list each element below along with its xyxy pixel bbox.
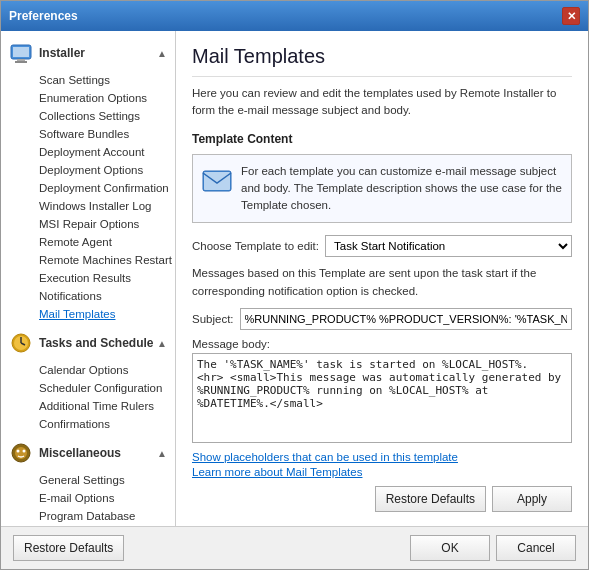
misc-label: Miscellaneous (39, 446, 121, 460)
sidebar: Installer ▲ Scan Settings Enumeration Op… (1, 31, 176, 526)
dialog-bottom: Restore Defaults OK Cancel (1, 526, 588, 569)
sidebar-item-confirmations[interactable]: Confirmations (11, 415, 175, 433)
sidebar-item-windows-installer-log[interactable]: Windows Installer Log (11, 197, 175, 215)
section-actions: Restore Defaults Apply (192, 486, 572, 512)
sidebar-section-tasks: Tasks and Schedule ▲ Calendar Options Sc… (1, 325, 175, 433)
sidebar-item-deployment-options[interactable]: Deployment Options (11, 161, 175, 179)
svg-point-10 (17, 450, 20, 453)
sidebar-item-mail-templates[interactable]: Mail Templates (11, 305, 175, 323)
template-description: Messages based on this Template are sent… (192, 265, 572, 300)
sidebar-item-remote-machines-restart[interactable]: Remote Machines Restart (11, 251, 175, 269)
tasks-label: Tasks and Schedule (39, 336, 154, 350)
section-restore-defaults-button[interactable]: Restore Defaults (375, 486, 486, 512)
template-section-label: Template Content (192, 132, 572, 146)
sidebar-section-misc: Miscellaneous ▲ General Settings E-mail … (1, 435, 175, 526)
sidebar-item-calendar-options[interactable]: Calendar Options (11, 361, 175, 379)
sidebar-group-misc[interactable]: Miscellaneous ▲ (1, 435, 175, 471)
dialog-body: Installer ▲ Scan Settings Enumeration Op… (1, 31, 588, 526)
svg-rect-2 (17, 59, 25, 61)
sidebar-item-enumeration-options[interactable]: Enumeration Options (11, 89, 175, 107)
message-body-textarea[interactable]: The '%TASK_NAME%' task is started on %LO… (192, 353, 572, 443)
installer-icon (9, 41, 33, 65)
sidebar-group-installer[interactable]: Installer ▲ (1, 35, 175, 71)
title-bar: Preferences ✕ (1, 1, 588, 31)
sidebar-item-execution-results[interactable]: Execution Results (11, 269, 175, 287)
sidebar-item-msi-repair-options[interactable]: MSI Repair Options (11, 215, 175, 233)
sidebar-item-program-database[interactable]: Program Database (11, 507, 175, 525)
sidebar-item-deployment-confirmation[interactable]: Deployment Confirmation (11, 179, 175, 197)
svg-point-11 (23, 450, 26, 453)
template-content-box: For each template you can customize e-ma… (192, 154, 572, 224)
sidebar-item-additional-time-rulers[interactable]: Additional Time Rulers (11, 397, 175, 415)
sidebar-group-tasks[interactable]: Tasks and Schedule ▲ (1, 325, 175, 361)
subject-input[interactable] (240, 308, 572, 330)
subject-label: Subject: (192, 313, 234, 325)
sidebar-item-remote-agent[interactable]: Remote Agent (11, 233, 175, 251)
misc-icon (9, 441, 33, 465)
misc-chevron: ▲ (157, 448, 167, 459)
dialog-title: Preferences (9, 9, 78, 23)
tasks-chevron: ▲ (157, 338, 167, 349)
links-area: Show placeholders that can be used in th… (192, 451, 572, 478)
main-content: Mail Templates Here you can review and e… (176, 31, 588, 526)
misc-items: General Settings E-mail Options Program … (1, 471, 175, 526)
sidebar-item-scheduler-configuration[interactable]: Scheduler Configuration (11, 379, 175, 397)
apply-button[interactable]: Apply (492, 486, 572, 512)
sidebar-item-software-bundles[interactable]: Software Bundles (11, 125, 175, 143)
message-body-label: Message body: (192, 338, 572, 350)
sidebar-item-notifications[interactable]: Notifications (11, 287, 175, 305)
sidebar-section-installer: Installer ▲ Scan Settings Enumeration Op… (1, 35, 175, 323)
page-title: Mail Templates (192, 45, 572, 77)
close-button[interactable]: ✕ (562, 7, 580, 25)
cancel-button[interactable]: Cancel (496, 535, 576, 561)
learn-more-link[interactable]: Learn more about Mail Templates (192, 466, 572, 478)
ok-button[interactable]: OK (410, 535, 490, 561)
installer-label: Installer (39, 46, 85, 60)
template-select[interactable]: Task Start Notification Task Complete No… (325, 235, 572, 257)
svg-rect-3 (15, 61, 27, 63)
email-icon (201, 165, 233, 197)
sidebar-item-scan-settings[interactable]: Scan Settings (11, 71, 175, 89)
installer-items: Scan Settings Enumeration Options Collec… (1, 71, 175, 323)
sidebar-item-email-options[interactable]: E-mail Options (11, 489, 175, 507)
placeholders-link[interactable]: Show placeholders that can be used in th… (192, 451, 572, 463)
sidebar-item-deployment-account[interactable]: Deployment Account (11, 143, 175, 161)
preferences-dialog: Preferences ✕ Installer ▲ (0, 0, 589, 570)
sidebar-item-collections-settings[interactable]: Collections Settings (11, 107, 175, 125)
tasks-items: Calendar Options Scheduler Configuration… (1, 361, 175, 433)
svg-rect-13 (204, 172, 230, 190)
tasks-icon (9, 331, 33, 355)
restore-defaults-button[interactable]: Restore Defaults (13, 535, 124, 561)
installer-chevron: ▲ (157, 48, 167, 59)
choose-template-label: Choose Template to edit: (192, 240, 319, 252)
template-content-text: For each template you can customize e-ma… (241, 163, 563, 215)
template-choose-row: Choose Template to edit: Task Start Noti… (192, 235, 572, 257)
subject-row: Subject: (192, 308, 572, 330)
sidebar-item-general-settings[interactable]: General Settings (11, 471, 175, 489)
page-description: Here you can review and edit the templat… (192, 85, 572, 120)
svg-rect-1 (13, 47, 29, 57)
